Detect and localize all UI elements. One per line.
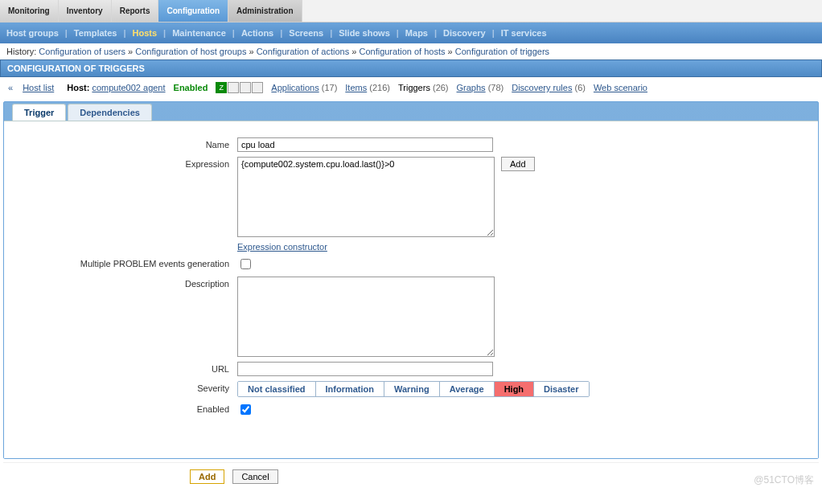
add-button[interactable]: Add bbox=[190, 469, 224, 484]
enabled-checkbox[interactable] bbox=[240, 404, 251, 415]
divider: | bbox=[117, 28, 132, 38]
expression-label: Expression bbox=[12, 157, 237, 169]
host-status: Enabled bbox=[174, 83, 208, 92]
back-arrow-icon: « bbox=[8, 83, 13, 92]
host-name-link[interactable]: compute002 agent bbox=[92, 83, 165, 92]
history-sep: » bbox=[445, 47, 454, 56]
history-link[interactable]: Configuration of host groups bbox=[135, 47, 246, 56]
cancel-button[interactable]: Cancel bbox=[232, 469, 277, 484]
main-nav: Monitoring Inventory Reports Configurati… bbox=[0, 0, 822, 23]
items-link[interactable]: Items bbox=[345, 83, 367, 92]
availability-icons: Z bbox=[216, 82, 263, 93]
severity-label: Severity bbox=[12, 381, 237, 393]
triggers-count: (26) bbox=[433, 83, 449, 92]
subnav-screens[interactable]: Screens bbox=[289, 28, 323, 38]
history-link[interactable]: Configuration of triggers bbox=[455, 47, 549, 56]
web-scenarios-link[interactable]: Web scenario bbox=[594, 83, 647, 92]
description-label: Description bbox=[12, 277, 237, 289]
tab-dependencies[interactable]: Dependencies bbox=[68, 104, 152, 121]
severity-warning[interactable]: Warning bbox=[384, 382, 440, 396]
applications-link[interactable]: Applications bbox=[271, 83, 319, 92]
url-label: URL bbox=[12, 362, 237, 374]
applications-count: (17) bbox=[322, 83, 338, 92]
history-sep: » bbox=[349, 47, 359, 56]
multiple-problem-label: Multiple PROBLEM events generation bbox=[12, 256, 237, 268]
subnav-discovery[interactable]: Discovery bbox=[443, 28, 486, 38]
name-input[interactable] bbox=[237, 137, 493, 152]
tab-trigger[interactable]: Trigger bbox=[12, 104, 66, 121]
description-textarea[interactable] bbox=[237, 277, 495, 357]
discovery-count: (6) bbox=[574, 83, 585, 92]
triggers-label: Triggers bbox=[398, 83, 430, 92]
expression-add-button[interactable]: Add bbox=[501, 157, 535, 171]
host-label: Host: bbox=[67, 83, 89, 92]
avail-ipmi-icon bbox=[252, 82, 263, 93]
page-title: CONFIGURATION OF TRIGGERS bbox=[0, 59, 822, 77]
tab-configuration[interactable]: Configuration bbox=[158, 0, 228, 22]
divider: | bbox=[428, 28, 443, 38]
subnav-it-services[interactable]: IT services bbox=[501, 28, 547, 38]
sub-nav: Host groups| Templates| Hosts| Maintenan… bbox=[0, 23, 822, 43]
subnav-actions[interactable]: Actions bbox=[241, 28, 273, 38]
avail-zabbix-icon: Z bbox=[216, 82, 227, 93]
panel-tabs: Trigger Dependencies bbox=[4, 104, 818, 121]
history-link[interactable]: Configuration of users bbox=[39, 47, 125, 56]
url-input[interactable] bbox=[237, 362, 493, 376]
history-link[interactable]: Configuration of hosts bbox=[359, 47, 445, 56]
subnav-maps[interactable]: Maps bbox=[405, 28, 428, 38]
enabled-label: Enabled bbox=[12, 402, 237, 414]
items-count: (216) bbox=[369, 83, 390, 92]
avail-jmx-icon bbox=[240, 82, 251, 93]
subnav-templates[interactable]: Templates bbox=[74, 28, 117, 38]
expression-constructor-link[interactable]: Expression constructor bbox=[237, 242, 327, 252]
form-actions: Add Cancel bbox=[3, 462, 819, 490]
history-sep: » bbox=[125, 47, 135, 56]
divider: | bbox=[226, 28, 241, 38]
subnav-maintenance[interactable]: Maintenance bbox=[172, 28, 226, 38]
history-sep: » bbox=[246, 47, 256, 56]
graphs-count: (78) bbox=[488, 83, 504, 92]
history-link[interactable]: Configuration of actions bbox=[257, 47, 350, 56]
tab-inventory[interactable]: Inventory bbox=[59, 0, 112, 22]
divider: | bbox=[323, 28, 339, 38]
panel-body: Name Expression {compute002.system.cpu.l… bbox=[4, 121, 818, 458]
divider: | bbox=[59, 28, 74, 38]
severity-not-classified[interactable]: Not classified bbox=[238, 382, 316, 396]
severity-group: Not classified Information Warning Avera… bbox=[237, 381, 590, 397]
subnav-hosts[interactable]: Hosts bbox=[133, 28, 158, 38]
severity-high[interactable]: High bbox=[495, 382, 534, 396]
severity-average[interactable]: Average bbox=[440, 382, 495, 396]
breadcrumb: History: Configuration of users » Config… bbox=[0, 43, 822, 59]
graphs-link[interactable]: Graphs bbox=[457, 83, 486, 92]
severity-information[interactable]: Information bbox=[316, 382, 385, 396]
tab-reports[interactable]: Reports bbox=[112, 0, 159, 22]
host-info-bar: « Host list Host: compute002 agent Enabl… bbox=[0, 77, 822, 98]
host-list-link[interactable]: Host list bbox=[23, 83, 54, 92]
divider: | bbox=[390, 28, 405, 38]
divider: | bbox=[273, 28, 289, 38]
spacer bbox=[12, 242, 237, 244]
subnav-slide-shows[interactable]: Slide shows bbox=[339, 28, 390, 38]
severity-disaster[interactable]: Disaster bbox=[534, 382, 588, 396]
tab-monitoring[interactable]: Monitoring bbox=[0, 0, 59, 22]
name-label: Name bbox=[12, 137, 237, 150]
multiple-problem-checkbox[interactable] bbox=[240, 259, 251, 269]
avail-snmp-icon bbox=[228, 82, 239, 93]
discovery-rules-link[interactable]: Discovery rules bbox=[512, 83, 572, 92]
history-label: History: bbox=[6, 47, 36, 56]
tab-administration[interactable]: Administration bbox=[228, 0, 302, 22]
expression-textarea[interactable]: {compute002.system.cpu.load.last()}>0 bbox=[237, 157, 495, 237]
divider: | bbox=[486, 28, 501, 38]
form-panel: Trigger Dependencies Name Expression {co… bbox=[3, 101, 819, 459]
divider: | bbox=[157, 28, 172, 38]
subnav-host-groups[interactable]: Host groups bbox=[6, 28, 59, 38]
